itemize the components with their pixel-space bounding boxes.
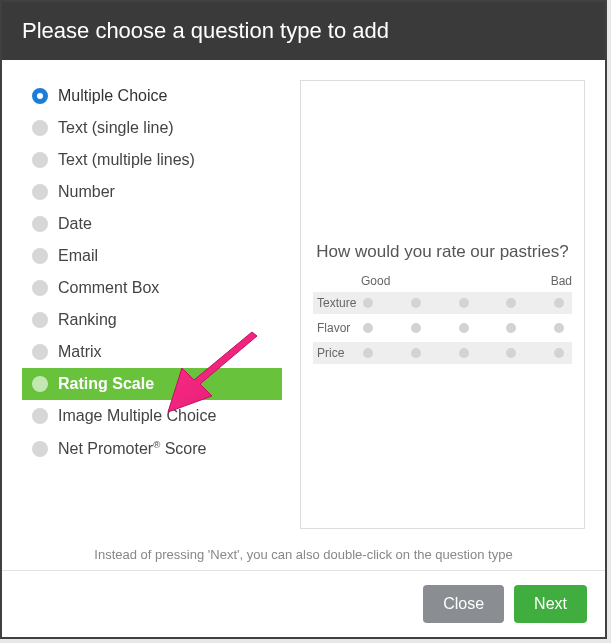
question-type-label: Date — [58, 215, 92, 233]
radio-icon — [32, 312, 48, 328]
rating-scale-header: Good Bad — [313, 272, 572, 292]
radio-icon — [32, 376, 48, 392]
rating-dots — [361, 298, 566, 308]
question-type-option[interactable]: Number — [22, 176, 282, 208]
preview-pane: How would you rate our pastries? Good Ba… — [300, 80, 585, 529]
rating-dot-icon — [411, 323, 421, 333]
scale-right-label: Bad — [551, 274, 572, 288]
preview-title: How would you rate our pastries? — [313, 242, 572, 262]
question-type-option[interactable]: Date — [22, 208, 282, 240]
rating-dot-icon — [411, 298, 421, 308]
modal-title: Please choose a question type to add — [22, 18, 389, 43]
rating-row-label: Flavor — [317, 321, 361, 335]
question-type-label: Text (single line) — [58, 119, 174, 137]
rating-row: Texture — [313, 292, 572, 314]
radio-icon — [32, 120, 48, 136]
rating-dot-icon — [411, 348, 421, 358]
question-type-option[interactable]: Net Promoter® Score — [22, 432, 282, 465]
question-type-option[interactable]: Image Multiple Choice — [22, 400, 282, 432]
rating-dots — [361, 323, 566, 333]
rating-row: Price — [313, 342, 572, 364]
close-button[interactable]: Close — [423, 585, 504, 623]
radio-icon — [32, 344, 48, 360]
question-type-label: Net Promoter® Score — [58, 439, 206, 458]
rating-dot-icon — [554, 298, 564, 308]
radio-icon — [32, 88, 48, 104]
rating-row-label: Price — [317, 346, 361, 360]
rating-dots — [361, 348, 566, 358]
modal-body: Multiple ChoiceText (single line)Text (m… — [2, 60, 605, 570]
radio-icon — [32, 280, 48, 296]
rating-dot-icon — [506, 348, 516, 358]
add-question-modal: Please choose a question type to add Mul… — [0, 0, 607, 639]
question-type-option[interactable]: Text (multiple lines) — [22, 144, 282, 176]
question-type-label: Ranking — [58, 311, 117, 329]
radio-icon — [32, 408, 48, 424]
question-type-label: Number — [58, 183, 115, 201]
question-type-option[interactable]: Rating Scale — [22, 368, 282, 400]
rating-dot-icon — [506, 323, 516, 333]
rating-dot-icon — [459, 348, 469, 358]
rating-row: Flavor — [313, 317, 572, 339]
rating-dot-icon — [459, 298, 469, 308]
radio-icon — [32, 441, 48, 457]
radio-icon — [32, 248, 48, 264]
question-type-label: Image Multiple Choice — [58, 407, 216, 425]
modal-header: Please choose a question type to add — [2, 2, 605, 60]
radio-icon — [32, 216, 48, 232]
question-type-option[interactable]: Text (single line) — [22, 112, 282, 144]
question-type-label: Comment Box — [58, 279, 159, 297]
radio-icon — [32, 184, 48, 200]
rating-dot-icon — [554, 348, 564, 358]
rating-dot-icon — [363, 348, 373, 358]
question-type-option[interactable]: Comment Box — [22, 272, 282, 304]
scale-left-label: Good — [361, 274, 390, 288]
question-type-option[interactable]: Matrix — [22, 336, 282, 368]
rating-dot-icon — [363, 323, 373, 333]
modal-footer: Close Next — [2, 570, 605, 637]
rating-dot-icon — [506, 298, 516, 308]
next-button[interactable]: Next — [514, 585, 587, 623]
question-type-label: Email — [58, 247, 98, 265]
hint-text: Instead of pressing 'Next', you can also… — [22, 547, 585, 562]
question-type-option[interactable]: Email — [22, 240, 282, 272]
question-type-label: Matrix — [58, 343, 102, 361]
question-type-option[interactable]: Ranking — [22, 304, 282, 336]
question-type-label: Multiple Choice — [58, 87, 167, 105]
question-type-label: Text (multiple lines) — [58, 151, 195, 169]
rating-dot-icon — [363, 298, 373, 308]
question-type-label: Rating Scale — [58, 375, 154, 393]
rating-dot-icon — [554, 323, 564, 333]
rating-dot-icon — [459, 323, 469, 333]
question-type-option[interactable]: Multiple Choice — [22, 80, 282, 112]
radio-icon — [32, 152, 48, 168]
question-type-list: Multiple ChoiceText (single line)Text (m… — [22, 80, 282, 529]
content-row: Multiple ChoiceText (single line)Text (m… — [22, 80, 585, 529]
rating-row-label: Texture — [317, 296, 361, 310]
rating-table: Good Bad TextureFlavorPrice — [313, 272, 572, 367]
